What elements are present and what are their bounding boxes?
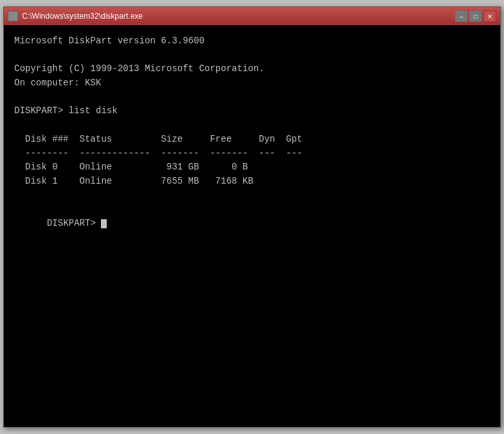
console-line-7 [14, 118, 490, 133]
console-output[interactable]: Microsoft DiskPart version 6.3.9600 Copy… [4, 25, 500, 427]
console-disk0: Disk 0 Online 931 GB 0 B [14, 160, 490, 175]
cursor-blink [101, 219, 107, 228]
window-controls: – □ ✕ [455, 10, 496, 22]
title-bar: C:\Windows\system32\diskpart.exe – □ ✕ [4, 7, 500, 25]
terminal-icon [8, 11, 18, 21]
console-disk1: Disk 1 Online 7655 MB 7168 KB [14, 175, 490, 189]
console-col-headers: Disk ### Status Size Free Dyn Gpt [14, 133, 490, 147]
window-title: C:\Windows\system32\diskpart.exe [22, 12, 143, 21]
console-prompt-line: DISKPART> [14, 202, 490, 244]
console-line-1: Microsoft DiskPart version 6.3.9600 [14, 34, 490, 49]
console-line-4: On computer: KSK [14, 76, 490, 91]
main-window: C:\Windows\system32\diskpart.exe – □ ✕ M… [3, 6, 501, 428]
console-line-2 [14, 49, 490, 63]
console-col-dividers: -------- ------------- ------- ------- -… [14, 147, 490, 161]
close-button[interactable]: ✕ [483, 10, 496, 22]
console-line-end [14, 189, 490, 203]
console-line-5 [14, 91, 490, 105]
console-line-3: Copyright (C) 1999-2013 Microsoft Corpor… [14, 62, 490, 76]
title-bar-left: C:\Windows\system32\diskpart.exe [8, 11, 143, 21]
minimize-button[interactable]: – [455, 10, 468, 22]
maximize-button[interactable]: □ [469, 10, 482, 22]
console-prompt: DISKPART> [47, 218, 101, 228]
console-line-6: DISKPART> list disk [14, 104, 490, 118]
